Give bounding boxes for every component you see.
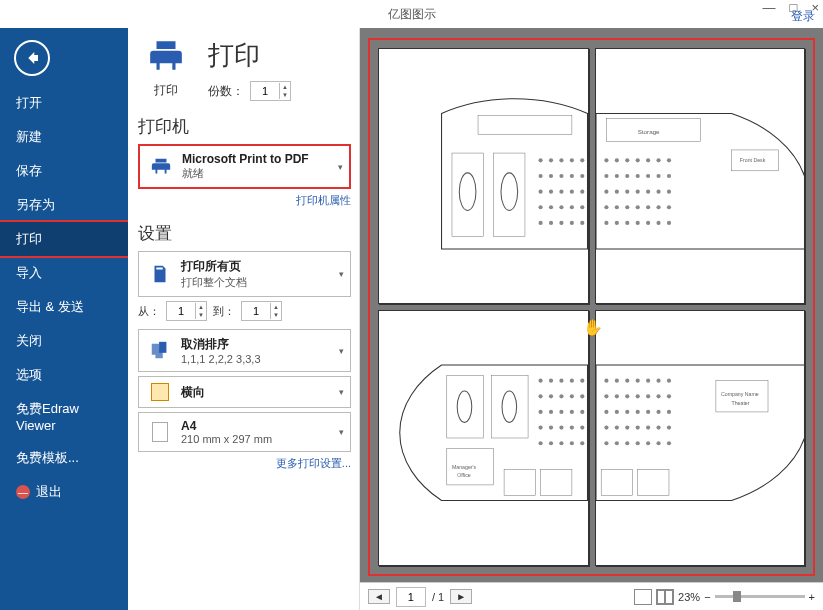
copies-row: 份数： ▲▼ [208, 81, 291, 101]
printer-name: Microsoft Print to PDF [182, 152, 309, 166]
preview-tile-1 [378, 48, 589, 304]
svg-point-43 [625, 174, 629, 178]
nav-exit-label: 退出 [36, 483, 62, 501]
paper-size-selector[interactable]: A4 210 mm x 297 mm ▾ [138, 412, 351, 452]
svg-point-22 [559, 205, 563, 209]
svg-point-10 [539, 174, 543, 178]
more-settings-link[interactable]: 更多打印设置... [138, 456, 351, 471]
minimize-icon[interactable]: — [763, 0, 776, 15]
svg-point-115 [625, 394, 629, 398]
svg-rect-142 [637, 469, 668, 495]
back-button[interactable] [14, 40, 50, 76]
nav-print[interactable]: 打印 [0, 220, 130, 258]
multi-page-view-icon[interactable] [656, 589, 674, 605]
main-area: 打开 新建 保存 另存为 打印 导入 导出 & 发送 关闭 选项 免费Edraw… [0, 28, 823, 610]
copies-input[interactable] [251, 85, 279, 97]
zoom-out-button[interactable]: − [704, 591, 710, 603]
nav-exit[interactable]: — 退出 [0, 475, 128, 509]
to-input[interactable] [242, 305, 270, 317]
print-scope-selector[interactable]: 打印所有页 打印整个文档 ▾ [138, 251, 351, 297]
zoom-value: 23% [678, 591, 700, 603]
collate-title: 取消排序 [181, 336, 261, 353]
svg-point-56 [614, 205, 618, 209]
collate-selector[interactable]: 取消排序 1,1,1 2,2,2 3,3,3 ▾ [138, 329, 351, 372]
page-icon [152, 422, 168, 442]
printer-selector[interactable]: Microsoft Print to PDF 就绪 ▾ [138, 144, 351, 189]
svg-point-80 [559, 379, 563, 383]
nav-viewer[interactable]: 免费Edraw Viewer [0, 392, 128, 441]
nav-new[interactable]: 新建 [0, 120, 128, 154]
nav-saveas[interactable]: 另存为 [0, 188, 128, 222]
page-input[interactable] [397, 591, 425, 603]
zoom-in-button[interactable]: + [809, 591, 815, 603]
copies-down-icon[interactable]: ▼ [280, 91, 290, 99]
svg-point-39 [656, 158, 660, 162]
print-title: 打印 [208, 38, 291, 73]
svg-point-53 [656, 190, 660, 194]
copies-up-icon[interactable]: ▲ [280, 83, 290, 91]
svg-point-52 [646, 190, 650, 194]
svg-point-23 [570, 205, 574, 209]
svg-point-47 [666, 174, 670, 178]
svg-point-7 [559, 158, 563, 162]
next-page-button[interactable]: ► [450, 589, 472, 604]
svg-rect-0 [478, 116, 572, 135]
to-spinner[interactable]: ▲▼ [241, 301, 282, 321]
prev-page-button[interactable]: ◄ [368, 589, 390, 604]
nav-open[interactable]: 打开 [0, 86, 128, 120]
nav-import[interactable]: 导入 [0, 256, 128, 290]
svg-point-107 [614, 379, 618, 383]
dropdown-icon: ▾ [339, 387, 344, 397]
svg-point-116 [635, 394, 639, 398]
svg-point-50 [625, 190, 629, 194]
from-input[interactable] [167, 305, 195, 317]
svg-text:Front Desk: Front Desk [739, 157, 765, 163]
nav-close[interactable]: 关闭 [0, 324, 128, 358]
preview-canvas[interactable]: StorageFront Desk Manager'sOffice Compan… [368, 38, 815, 576]
copies-spinner[interactable]: ▲▼ [250, 81, 291, 101]
svg-point-9 [580, 158, 584, 162]
copies-label: 份数： [208, 83, 244, 100]
from-spinner[interactable]: ▲▼ [166, 301, 207, 321]
page-spinner[interactable] [396, 587, 426, 607]
orientation-selector[interactable]: 横向 ▾ [138, 376, 351, 408]
svg-point-114 [614, 394, 618, 398]
svg-point-62 [604, 221, 608, 225]
exit-icon: — [16, 485, 30, 499]
svg-point-84 [549, 394, 553, 398]
svg-point-27 [559, 221, 563, 225]
login-link[interactable]: 登录 [791, 8, 815, 25]
svg-point-21 [549, 205, 553, 209]
svg-point-42 [614, 174, 618, 178]
svg-text:Company Name: Company Name [721, 391, 759, 397]
svg-point-26 [549, 221, 553, 225]
single-page-view-icon[interactable] [634, 589, 652, 605]
svg-point-125 [656, 410, 660, 414]
svg-point-34 [604, 158, 608, 162]
print-button[interactable]: 打印 [138, 38, 194, 99]
zoom-slider[interactable] [715, 595, 805, 598]
svg-text:Manager's: Manager's [452, 464, 477, 470]
svg-point-51 [635, 190, 639, 194]
nav-export[interactable]: 导出 & 发送 [0, 290, 128, 324]
svg-rect-141 [601, 469, 632, 495]
svg-point-132 [656, 425, 660, 429]
svg-point-93 [539, 425, 543, 429]
svg-point-134 [604, 441, 608, 445]
svg-point-90 [559, 410, 563, 414]
nav-templates[interactable]: 免费模板... [0, 441, 128, 475]
from-label: 从： [138, 304, 160, 319]
svg-point-124 [646, 410, 650, 414]
svg-point-17 [559, 190, 563, 194]
svg-text:Office: Office [457, 472, 471, 478]
svg-point-86 [570, 394, 574, 398]
svg-point-63 [614, 221, 618, 225]
nav-options[interactable]: 选项 [0, 358, 128, 392]
svg-point-12 [559, 174, 563, 178]
nav-save[interactable]: 保存 [0, 154, 128, 188]
svg-point-64 [625, 221, 629, 225]
svg-point-137 [635, 441, 639, 445]
svg-point-126 [666, 410, 670, 414]
svg-point-89 [549, 410, 553, 414]
printer-properties-link[interactable]: 打印机属性 [138, 193, 351, 208]
